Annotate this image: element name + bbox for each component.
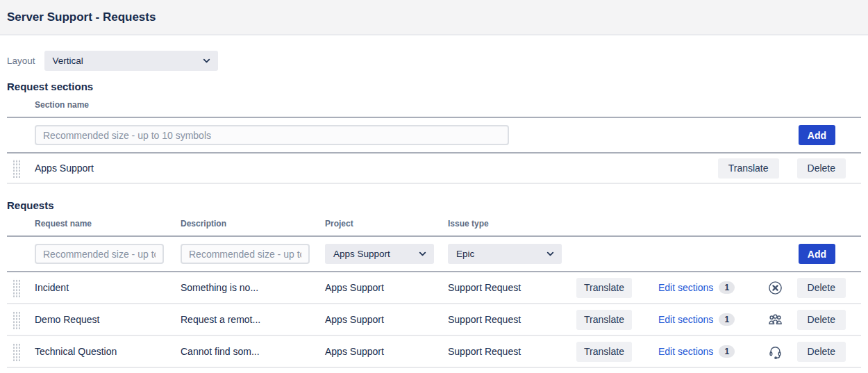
page-title: Server Support - Requests [7,10,156,24]
request-project-cell: Apps Support [325,282,448,293]
edit-sections-group: Edit sections 1 [658,281,735,294]
column-header-project: Project [325,219,448,229]
drag-handle-icon[interactable] [12,159,20,178]
people-group-icon [767,312,783,328]
section-row: Apps Support Translate Delete [7,154,861,183]
edit-sections-link[interactable]: Edit sections [658,282,713,293]
sections-heading: Request sections [7,81,861,92]
request-name-cell: Incident [35,282,181,293]
add-section-button[interactable]: Add [799,125,835,145]
drag-handle-icon[interactable] [12,279,20,297]
issue-type-select[interactable]: Epic [448,244,562,264]
project-select[interactable]: Apps Support [325,244,434,264]
edit-sections-link[interactable]: Edit sections [658,314,713,325]
headset-icon [767,344,783,360]
layout-select[interactable]: Vertical [44,51,218,71]
request-description-cell: Request a remot... [181,314,325,325]
sections-count-badge: 1 [719,281,735,294]
request-description-cell: Cannot find som... [181,346,325,357]
request-issue-type-cell: Support Request [448,346,576,357]
content: Layout Vertical Request sections Section… [0,51,868,368]
divider [7,183,861,184]
section-add-row: Add [7,118,861,152]
translate-request-button[interactable]: Translate [576,278,632,298]
requests-heading: Requests [7,199,861,211]
section-row-actions: Translate Delete [718,158,846,179]
request-issue-type-cell: Support Request [448,282,576,293]
circle-x-icon [767,280,783,296]
request-name-cell: Demo Request [35,314,181,325]
request-row: Demo Request Request a remot... Apps Sup… [7,304,861,335]
section-name-cell: Apps Support [35,163,94,174]
column-header-request-name: Request name [35,219,181,229]
chevron-down-icon [201,56,212,66]
request-issue-type-cell: Support Request [448,314,576,325]
divider [7,367,861,368]
delete-request-button[interactable]: Delete [797,342,846,362]
column-header-section-name: Section name [35,100,89,110]
layout-label: Layout [7,56,35,66]
request-add-row: Apps Support Epic Add [7,237,861,271]
requests-column-headers: Request name Description Project Issue t… [7,211,861,235]
drag-handle-icon[interactable] [12,342,20,361]
delete-request-button[interactable]: Delete [797,278,846,298]
translate-request-button[interactable]: Translate [576,342,632,362]
request-project-cell: Apps Support [325,314,448,325]
edit-sections-group: Edit sections 1 [658,345,735,358]
delete-request-button[interactable]: Delete [797,310,846,330]
issue-type-select-value: Epic [456,249,474,259]
request-name-input[interactable] [35,244,164,264]
request-description-cell: Something is no... [181,282,325,293]
sections-column-headers: Section name [7,92,861,117]
page-header: Server Support - Requests [0,0,868,35]
layout-select-value: Vertical [53,56,83,66]
sections-count-badge: 1 [719,313,735,326]
edit-sections-group: Edit sections 1 [658,313,735,326]
chevron-down-icon [545,249,556,259]
column-header-issue-type: Issue type [448,219,576,229]
request-row: Technical Question Cannot find som... Ap… [7,336,861,367]
translate-section-button[interactable]: Translate [718,158,779,179]
edit-sections-link[interactable]: Edit sections [658,346,713,357]
add-request-button[interactable]: Add [799,244,835,264]
drag-handle-icon[interactable] [12,310,20,329]
request-project-cell: Apps Support [325,346,448,357]
project-select-value: Apps Support [333,249,390,259]
delete-section-button[interactable]: Delete [797,158,846,179]
translate-request-button[interactable]: Translate [576,310,632,330]
sections-count-badge: 1 [719,345,735,358]
request-description-input[interactable] [181,244,310,264]
chevron-down-icon [417,249,428,259]
section-name-input[interactable] [35,125,509,145]
layout-row: Layout Vertical [7,51,861,71]
request-row: Incident Something is no... Apps Support… [7,272,861,303]
column-header-description: Description [181,219,325,229]
request-name-cell: Technical Question [35,346,181,357]
